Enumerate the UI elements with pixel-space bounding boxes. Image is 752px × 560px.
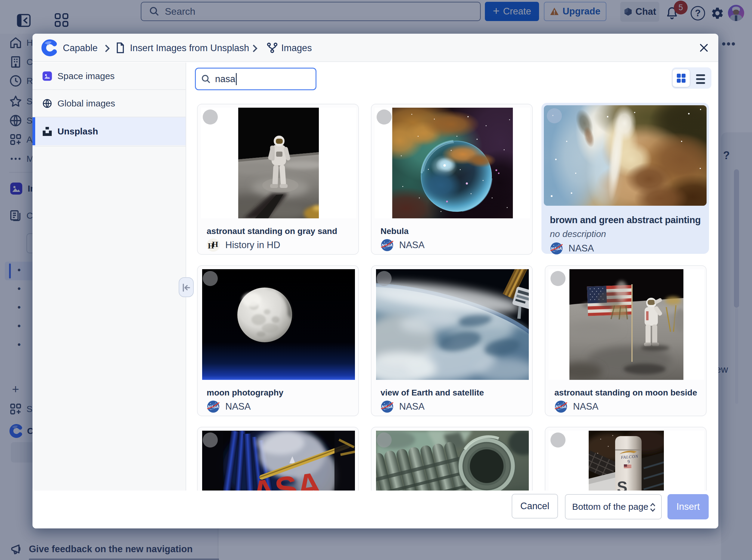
- svg-text:9: 9: [628, 459, 630, 464]
- svg-text:H: H: [212, 240, 218, 249]
